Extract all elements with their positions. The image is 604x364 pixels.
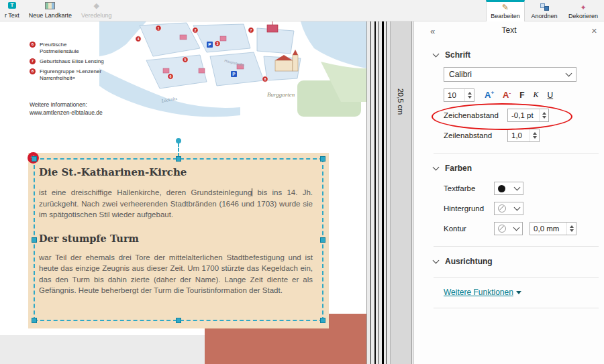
page-edge-line (374, 21, 376, 364)
divider (434, 308, 599, 308)
section-schrift[interactable]: Schrift (434, 50, 604, 60)
resize-handle-right[interactable] (320, 237, 325, 243)
zeilenabstand-label: Zeilenabstand (444, 131, 507, 139)
outline-width-value: 0,0 mm (530, 223, 566, 235)
new-map-button[interactable]: Neue Landkarte (24, 0, 77, 21)
info-line: www.amtlenzen-elbtalaue.de (30, 109, 103, 117)
background-color-dropdown[interactable] (494, 202, 523, 215)
town-map[interactable]: P P 1 2 3 4 5 6 7 8 (99, 21, 366, 121)
font-increase-button[interactable]: A+ (485, 90, 494, 100)
text-icon: T (8, 2, 16, 9)
tab-anordnen[interactable]: Anordnen (525, 0, 564, 21)
canvas-area: P P 1 2 3 4 5 6 7 8 (0, 21, 413, 364)
section-farben-label: Farben (445, 164, 472, 173)
legend-item: 8 Figurengruppe »Lenzener Narrenfreiheit… (30, 68, 105, 82)
section-ausrichtung-label: Ausrichtung (445, 257, 493, 266)
no-color-icon (498, 204, 506, 213)
chevron-down-icon (514, 204, 521, 211)
refine-button[interactable]: ◆ Veredelung (77, 0, 117, 21)
bold-button[interactable]: F (519, 90, 524, 100)
resize-handle-bottom-right[interactable] (320, 318, 325, 323)
resize-handle-top-left[interactable] (32, 156, 37, 162)
text-color-dropdown[interactable] (494, 182, 523, 195)
legend-marker-icon: 8 (30, 68, 36, 74)
font-decrease-button[interactable]: A- (503, 90, 511, 100)
chevron-down-icon (513, 225, 520, 231)
selected-textbox[interactable]: Die St.-Katharinen-Kirche ist eine dreis… (28, 153, 329, 328)
layers-icon (540, 3, 549, 11)
mode-tabs: ✎ Bearbeiten Anordnen ✦ Dekorieren (486, 0, 603, 21)
decorate-icon: ✦ (580, 3, 586, 11)
zeichenabstand-value: -0,1 pt (508, 109, 539, 121)
font-size-stepper[interactable]: 10 (444, 88, 474, 102)
more-functions-link[interactable]: Weitere Funktionen (444, 288, 513, 297)
zeilenabstand-value: 1,0 (508, 129, 530, 141)
legend-item: 6 Preußische Postmeilensäule (30, 42, 105, 55)
diamond-icon: ◆ (93, 2, 99, 9)
marker-number: 2 (194, 28, 196, 32)
page-height-ruler: 20,5 cm (390, 21, 412, 364)
hintergrund-label: Hintergrund (444, 204, 494, 213)
pencil-icon: ✎ (502, 3, 509, 11)
marker-number: 5 (184, 58, 186, 62)
section-farben[interactable]: Farben (434, 164, 604, 173)
marker-number: 7 (250, 28, 252, 32)
stepper-arrows[interactable] (530, 129, 539, 141)
text-properties-panel: « Text ✕ Schrift Calibri 10 A+ A- F K U … (413, 21, 604, 364)
map-legend[interactable]: 6 Preußische Postmeilensäule 7 Geburtsha… (30, 42, 105, 85)
font-size-value: 10 (444, 89, 464, 101)
chevron-down-icon (433, 257, 440, 264)
stepper-arrows[interactable] (464, 89, 474, 101)
divider (434, 277, 599, 278)
page-edge-line (386, 21, 387, 364)
marker-number: 1 (157, 26, 159, 30)
burggarten-label: Burggarten (267, 91, 295, 98)
tab-dekorieren[interactable]: ✦ Dekorieren (564, 0, 603, 21)
parking-icon: P (208, 42, 211, 47)
resize-handle-top[interactable] (176, 156, 181, 162)
page-edge-line (382, 21, 384, 364)
resize-handle-bottom[interactable] (176, 318, 181, 323)
chevron-down-icon (516, 291, 521, 297)
chevron-down-icon (566, 70, 572, 77)
font-family-value: Calibri (449, 70, 472, 79)
italic-button[interactable]: K (533, 90, 538, 100)
divider (434, 246, 599, 247)
tab-dekorieren-label: Dekorieren (568, 13, 598, 19)
page-edge-line (379, 21, 379, 364)
zeilenabstand-stepper[interactable]: 1,0 (507, 129, 540, 142)
outline-width-stepper[interactable]: 0,0 mm (530, 222, 576, 235)
kontur-label: Kontur (444, 225, 494, 233)
underline-button[interactable]: U (547, 90, 553, 100)
resize-handle-left[interactable] (32, 237, 37, 243)
rotate-handle[interactable] (176, 138, 181, 143)
resize-handle-top-right[interactable] (320, 156, 325, 162)
legend-text: Preußische Postmeilensäule (40, 42, 105, 55)
section-ausrichtung[interactable]: Ausrichtung (434, 257, 604, 266)
close-panel-icon[interactable]: ✕ (591, 27, 597, 36)
outline-color-dropdown[interactable] (494, 222, 523, 235)
textfarbe-label: Textfarbe (444, 184, 494, 192)
section-schrift-label: Schrift (445, 50, 470, 60)
panel-title: Text (414, 25, 604, 35)
legend-text: Geburtshaus Elise Lensing (40, 58, 104, 65)
new-text-button[interactable]: T r Text (0, 0, 24, 21)
font-family-select[interactable]: Calibri (444, 67, 576, 82)
map-info-text: Weitere Informationen: www.amtlenzen-elb… (30, 101, 103, 117)
marker-number: 8 (264, 77, 266, 81)
resize-handle-bottom-left[interactable] (32, 318, 37, 323)
parking-icon: P (232, 72, 236, 76)
chevron-down-icon (433, 164, 440, 171)
stepper-arrows[interactable] (539, 109, 548, 121)
tab-bearbeiten[interactable]: ✎ Bearbeiten (486, 0, 525, 21)
info-line: Weitere Informationen: (30, 101, 103, 109)
zeichenabstand-stepper[interactable]: -0,1 pt (507, 109, 549, 122)
black-color-swatch-icon (498, 185, 505, 192)
refine-label: Veredelung (81, 12, 112, 19)
document-page[interactable]: P P 1 2 3 4 5 6 7 8 (0, 21, 366, 335)
chevron-down-icon (514, 184, 521, 191)
stepper-arrows[interactable] (566, 223, 576, 235)
map-icon (45, 2, 55, 9)
page-height-label: 20,5 cm (397, 88, 405, 115)
legend-marker-icon: 7 (30, 58, 36, 64)
